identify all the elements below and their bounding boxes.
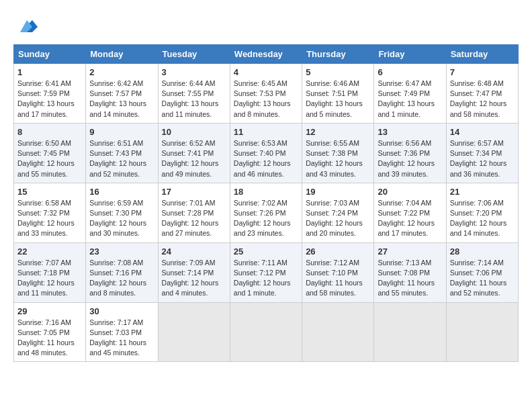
day-info-line: Sunset: 7:28 PM [162, 208, 226, 218]
header-row: SundayMondayTuesdayWednesdayThursdayFrid… [14, 45, 519, 64]
day-number: 30 [89, 306, 154, 316]
day-info: Sunrise: 7:07 AMSunset: 7:18 PMDaylight:… [17, 258, 82, 299]
day-number: 18 [234, 187, 298, 197]
day-info-line: Daylight: 12 hours [17, 218, 82, 228]
day-info-line: and 45 minutes. [89, 348, 154, 358]
day-number: 17 [162, 187, 226, 197]
day-cell: 7Sunrise: 6:48 AMSunset: 7:47 PMDaylight… [446, 64, 518, 124]
day-info-line: Sunrise: 7:14 AM [450, 258, 515, 268]
day-info-line: Sunrise: 6:46 AM [306, 79, 370, 89]
day-info-line: and 55 minutes. [378, 288, 442, 298]
day-info-line: Sunrise: 6:44 AM [162, 79, 226, 89]
day-cell: 21Sunrise: 7:06 AMSunset: 7:20 PMDayligh… [446, 183, 518, 242]
day-info-line: Sunrise: 7:16 AM [17, 318, 82, 328]
day-info-line: and 46 minutes. [234, 169, 298, 179]
day-info: Sunrise: 7:12 AMSunset: 7:10 PMDaylight:… [306, 258, 370, 299]
day-cell: 1Sunrise: 6:41 AMSunset: 7:59 PMDaylight… [14, 64, 86, 124]
day-info-line: Sunrise: 7:06 AM [450, 198, 515, 208]
day-info-line: Sunset: 7:49 PM [378, 89, 442, 99]
day-info-line: Sunrise: 6:56 AM [378, 138, 442, 148]
day-info-line: and 17 minutes. [378, 228, 442, 238]
day-cell: 20Sunrise: 7:04 AMSunset: 7:22 PMDayligh… [374, 183, 446, 242]
day-info-line: Sunset: 7:18 PM [17, 268, 82, 278]
day-number: 10 [162, 127, 226, 137]
day-cell [374, 302, 446, 362]
day-cell: 26Sunrise: 7:12 AMSunset: 7:10 PMDayligh… [302, 242, 374, 302]
day-info-line: Daylight: 11 hours [378, 278, 442, 288]
day-info: Sunrise: 7:16 AMSunset: 7:05 PMDaylight:… [17, 318, 82, 359]
day-info-line: Daylight: 12 hours [234, 218, 298, 228]
day-cell: 6Sunrise: 6:47 AMSunset: 7:49 PMDaylight… [374, 64, 446, 124]
day-info-line: and 23 minutes. [234, 228, 298, 238]
week-row-5: 29Sunrise: 7:16 AMSunset: 7:05 PMDayligh… [14, 302, 519, 362]
day-info-line: Sunset: 7:08 PM [378, 268, 442, 278]
day-info: Sunrise: 6:52 AMSunset: 7:41 PMDaylight:… [162, 138, 226, 179]
day-cell: 9Sunrise: 6:51 AMSunset: 7:43 PMDaylight… [86, 123, 158, 183]
col-header-thursday: Thursday [302, 45, 374, 64]
day-info-line: and 30 minutes. [89, 228, 154, 238]
day-info-line: Sunrise: 7:12 AM [306, 258, 370, 268]
day-info-line: Sunset: 7:03 PM [89, 328, 154, 338]
day-info-line: Sunrise: 7:17 AM [89, 318, 154, 328]
day-cell: 22Sunrise: 7:07 AMSunset: 7:18 PMDayligh… [14, 242, 86, 302]
logo-icon [13, 13, 38, 38]
day-info-line: and 8 minutes. [89, 288, 154, 298]
day-info-line: and 20 minutes. [306, 228, 370, 238]
day-cell: 8Sunrise: 6:50 AMSunset: 7:45 PMDaylight… [14, 123, 86, 183]
day-cell [158, 302, 230, 362]
day-cell: 24Sunrise: 7:09 AMSunset: 7:14 PMDayligh… [158, 242, 230, 302]
day-info-line: Sunrise: 6:58 AM [17, 198, 82, 208]
col-header-tuesday: Tuesday [158, 45, 230, 64]
day-info-line: and 43 minutes. [306, 169, 370, 179]
day-info-line: Sunset: 7:36 PM [378, 148, 442, 158]
day-number: 7 [450, 67, 515, 77]
day-info: Sunrise: 6:58 AMSunset: 7:32 PMDaylight:… [17, 198, 82, 239]
day-info-line: Sunset: 7:05 PM [17, 328, 82, 338]
day-info-line: Sunset: 7:22 PM [378, 208, 442, 218]
day-info: Sunrise: 6:41 AMSunset: 7:59 PMDaylight:… [17, 79, 82, 120]
day-info-line: Daylight: 12 hours [378, 158, 442, 169]
day-info-line: Sunrise: 6:55 AM [306, 138, 370, 148]
day-info-line: Daylight: 13 hours [234, 99, 298, 109]
day-info-line: Sunset: 7:47 PM [450, 89, 515, 99]
day-info-line: Sunrise: 6:52 AM [162, 138, 226, 148]
day-info-line: Sunset: 7:41 PM [162, 148, 226, 158]
day-info-line: Daylight: 12 hours [89, 158, 154, 169]
day-info-line: and 52 minutes. [450, 288, 515, 298]
day-info-line: Sunrise: 7:11 AM [234, 258, 298, 268]
day-info-line: and 27 minutes. [162, 228, 226, 238]
day-cell: 25Sunrise: 7:11 AMSunset: 7:12 PMDayligh… [230, 242, 302, 302]
day-info-line: Sunrise: 6:48 AM [450, 79, 515, 89]
day-info-line: Sunset: 7:20 PM [450, 208, 515, 218]
day-cell: 12Sunrise: 6:55 AMSunset: 7:38 PMDayligh… [302, 123, 374, 183]
week-row-4: 22Sunrise: 7:07 AMSunset: 7:18 PMDayligh… [14, 242, 519, 302]
day-number: 8 [17, 127, 82, 137]
day-info-line: Sunrise: 7:04 AM [378, 198, 442, 208]
day-number: 25 [234, 246, 298, 257]
col-header-sunday: Sunday [14, 45, 86, 64]
day-cell: 29Sunrise: 7:16 AMSunset: 7:05 PMDayligh… [14, 302, 86, 362]
day-info-line: Sunset: 7:57 PM [89, 89, 154, 99]
day-info-line: Daylight: 12 hours [89, 278, 154, 288]
day-info-line: and 5 minutes. [306, 109, 370, 120]
day-info: Sunrise: 6:45 AMSunset: 7:53 PMDaylight:… [234, 79, 298, 120]
day-info-line: Sunset: 7:43 PM [89, 148, 154, 158]
day-number: 22 [17, 246, 82, 257]
day-info-line: Sunset: 7:51 PM [306, 89, 370, 99]
day-cell: 5Sunrise: 6:46 AMSunset: 7:51 PMDaylight… [302, 64, 374, 124]
day-info: Sunrise: 7:11 AMSunset: 7:12 PMDaylight:… [234, 258, 298, 299]
day-number: 4 [234, 67, 298, 77]
day-number: 26 [306, 246, 370, 257]
day-info: Sunrise: 7:09 AMSunset: 7:14 PMDaylight:… [162, 258, 226, 299]
day-number: 13 [378, 127, 442, 137]
day-info-line: Sunrise: 7:09 AM [162, 258, 226, 268]
day-number: 19 [306, 187, 370, 197]
day-info-line: Sunrise: 6:41 AM [17, 79, 82, 89]
day-info-line: Sunset: 7:06 PM [450, 268, 515, 278]
day-number: 14 [450, 127, 515, 137]
day-info-line: and 48 minutes. [17, 348, 82, 358]
col-header-friday: Friday [374, 45, 446, 64]
day-number: 2 [89, 67, 154, 77]
day-info: Sunrise: 7:06 AMSunset: 7:20 PMDaylight:… [450, 198, 515, 239]
day-info-line: Daylight: 11 hours [450, 278, 515, 288]
